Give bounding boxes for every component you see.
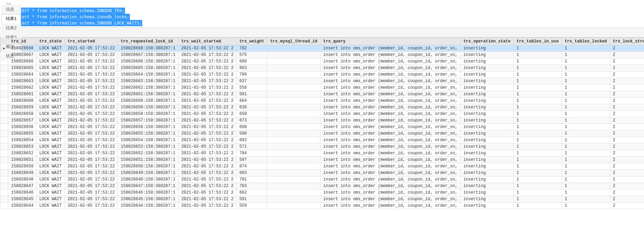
- cell-trx_started: 2021-02-05 17:53:22: [65, 98, 118, 104]
- col-header-trx-wait-started[interactable]: trx_wait_started: [178, 38, 236, 45]
- cell-trx_requested_lock_id: 158028662:158:380287:1: [118, 85, 178, 91]
- cell-trx_wait_started: 2021-02-05 17:53:22 2: [178, 189, 236, 196]
- table-row[interactable]: 158028655LOCK WAIT2021-02-05 17:53:22158…: [0, 130, 644, 137]
- cell-trx_started: 2021-02-05 17:53:22: [65, 91, 118, 98]
- table-row[interactable]: 158028667LOCK WAIT2021-02-05 17:53:22158…: [0, 52, 644, 58]
- col-header-trx-state[interactable]: trx_state: [36, 38, 65, 45]
- cell-trx_weight: 559: [237, 203, 267, 209]
- cell-trx_query: insert into oms_order (member_id, coupon…: [320, 144, 461, 150]
- table-row[interactable]: 158028661LOCK WAIT2021-02-05 17:53:22158…: [0, 91, 644, 98]
- cell-trx_tables_locked: 1: [562, 85, 610, 91]
- cell-trx_state: LOCK WAIT: [36, 157, 65, 163]
- table-row[interactable]: 158028666LOCK WAIT2021-02-05 17:53:22158…: [0, 58, 644, 65]
- col-header-trx-mysql-thread-id[interactable]: trx_mysql_thread_id: [267, 38, 320, 45]
- col-header-trx-tables-in-use[interactable]: trx_tables_in_use: [513, 38, 561, 45]
- cell-trx_id: 158028655: [8, 130, 37, 137]
- cell-trx_requested_lock_id: 158028661:158:380287:1: [118, 91, 178, 98]
- table-body: ▶158028668LOCK WAIT2021-02-05 17:53:2215…: [0, 45, 644, 209]
- cell-trx_operation_state: inserting: [460, 45, 513, 52]
- cell-trx_tables_in_use: 1: [513, 203, 561, 209]
- row-arrow: [0, 98, 8, 104]
- table-row[interactable]: ▶158028668LOCK WAIT2021-02-05 17:53:2215…: [0, 45, 644, 52]
- table-row[interactable]: 158028651LOCK WAIT2021-02-05 17:53:22158…: [0, 157, 644, 163]
- cell-trx_operation_state: inserting: [460, 58, 513, 65]
- col-header-trx-query[interactable]: trx_query: [320, 38, 461, 45]
- col-header-trx-requested-lock-id[interactable]: trx_requested_lock_id: [118, 38, 178, 45]
- col-header-trx-weight[interactable]: trx_weight: [237, 38, 267, 45]
- cell-trx_state: LOCK WAIT: [36, 144, 65, 150]
- cell-trx_requested_lock_id: 158028650:158:380287:1: [118, 163, 178, 170]
- cell-trx_id: 158028651: [8, 157, 37, 163]
- cell-trx_mysql_thread_id: [267, 163, 320, 170]
- table-row[interactable]: 158028646LOCK WAIT2021-02-05 17:53:22158…: [0, 189, 644, 196]
- cell-trx_weight: 597: [237, 157, 267, 163]
- cell-trx_requested_lock_id: 158028644:158:380287:1: [118, 203, 178, 209]
- results-table-container[interactable]: trx_idtrx_statetrx_startedtrx_requested_…: [0, 38, 644, 234]
- table-row[interactable]: 158028662LOCK WAIT2021-02-05 17:53:22158…: [0, 85, 644, 91]
- table-row[interactable]: 158028650LOCK WAIT2021-02-05 17:53:22158…: [0, 163, 644, 170]
- cell-trx_operation_state: inserting: [460, 65, 513, 71]
- cell-trx_state: LOCK WAIT: [36, 150, 65, 157]
- cell-trx_lock_structs: 2: [610, 91, 644, 98]
- cell-trx_started: 2021-02-05 17:53:22: [65, 78, 118, 85]
- table-row[interactable]: 158028657LOCK WAIT2021-02-05 17:53:22158…: [0, 117, 644, 124]
- col-header-trx-operation-state[interactable]: trx_operation_state: [460, 38, 513, 45]
- cell-trx_query: insert into oms_order (member_id, coupon…: [320, 124, 461, 130]
- table-row[interactable]: 158028665LOCK WAIT2021-02-05 17:53:22158…: [0, 65, 644, 71]
- cell-trx_weight: 703: [237, 183, 267, 189]
- tab-result2[interactable]: 结果2: [1, 23, 21, 33]
- tab-result1[interactable]: 结果1: [1, 14, 21, 23]
- table-row[interactable]: 158028664LOCK WAIT2021-02-05 17:53:22158…: [0, 71, 644, 78]
- cell-trx_lock_structs: 2: [610, 111, 644, 117]
- cell-trx_tables_in_use: 1: [513, 176, 561, 183]
- cell-trx_query: insert into oms_order (member_id, coupon…: [320, 183, 461, 189]
- cell-trx_state: LOCK WAIT: [36, 52, 65, 58]
- cell-trx_lock_structs: 2: [610, 157, 644, 163]
- col-header-trx-lock-structs[interactable]: trx_lock_structs: [610, 38, 644, 45]
- cell-trx_tables_locked: 1: [562, 117, 610, 124]
- col-header-trx-id[interactable]: trx_id: [8, 38, 37, 45]
- table-row[interactable]: 158028645LOCK WAIT2021-02-05 17:53:22158…: [0, 196, 644, 203]
- cell-trx_state: LOCK WAIT: [36, 196, 65, 203]
- cell-trx_requested_lock_id: 158028655:158:380287:1: [118, 130, 178, 137]
- cell-trx_lock_structs: 2: [610, 58, 644, 65]
- row-arrow: [0, 117, 8, 124]
- table-row[interactable]: 158028649LOCK WAIT2021-02-05 17:53:22158…: [0, 170, 644, 176]
- cell-trx_lock_structs: 2: [610, 176, 644, 183]
- cell-trx_id: 158028666: [8, 58, 37, 65]
- cell-trx_tables_locked: 1: [562, 189, 610, 196]
- table-row[interactable]: 158028648LOCK WAIT2021-02-05 17:53:22158…: [0, 176, 644, 183]
- tabs-bar: 信息结果1结果2结果3概况状态: [0, 28, 644, 38]
- tab-info[interactable]: 信息: [1, 5, 21, 14]
- cell-trx_operation_state: inserting: [460, 189, 513, 196]
- cell-trx_weight: 683: [237, 170, 267, 176]
- cell-trx_tables_locked: 1: [562, 144, 610, 150]
- cell-trx_tables_locked: 1: [562, 203, 610, 209]
- cell-trx_wait_started: 2021-02-05 17:53:22 2: [178, 196, 236, 203]
- cell-trx_mysql_thread_id: [267, 71, 320, 78]
- cell-trx_operation_state: inserting: [460, 52, 513, 58]
- cell-trx_wait_started: 2021-02-05 17:53:22 2: [178, 104, 236, 111]
- cell-trx_requested_lock_id: 158028647:158:380287:1: [118, 183, 178, 189]
- col-header-trx-tables-locked[interactable]: trx_tables_locked: [562, 38, 610, 45]
- table-row[interactable]: 158028656LOCK WAIT2021-02-05 17:53:22158…: [0, 124, 644, 130]
- col-header-trx-started[interactable]: trx_started: [65, 38, 118, 45]
- table-row[interactable]: 158028644LOCK WAIT2021-02-05 17:53:22158…: [0, 203, 644, 209]
- cell-trx_id: 158028667: [8, 52, 37, 58]
- table-row[interactable]: 158028654LOCK WAIT2021-02-05 17:53:22158…: [0, 137, 644, 144]
- table-row[interactable]: 158028659LOCK WAIT2021-02-05 17:53:22158…: [0, 104, 644, 111]
- cell-trx_tables_in_use: 1: [513, 183, 561, 189]
- table-row[interactable]: 158028663LOCK WAIT2021-02-05 17:53:22158…: [0, 78, 644, 85]
- table-row[interactable]: 158028653LOCK WAIT2021-02-05 17:53:22158…: [0, 144, 644, 150]
- cell-trx_tables_in_use: 1: [513, 144, 561, 150]
- table-row[interactable]: 158028660LOCK WAIT2021-02-05 17:53:22158…: [0, 98, 644, 104]
- cell-trx_lock_structs: 2: [610, 124, 644, 130]
- cell-trx_requested_lock_id: 158028652:158:380287:1: [118, 150, 178, 157]
- cell-trx_query: insert into oms_order (member_id, coupon…: [320, 137, 461, 144]
- cell-trx_wait_started: 2021-02-05 17:53:22 2: [178, 163, 236, 170]
- table-row[interactable]: 158028652LOCK WAIT2021-02-05 17:53:22158…: [0, 150, 644, 157]
- cell-trx_requested_lock_id: 158028648:158:380287:1: [118, 176, 178, 183]
- table-row[interactable]: 158028647LOCK WAIT2021-02-05 17:53:22158…: [0, 183, 644, 189]
- table-row[interactable]: 158028658LOCK WAIT2021-02-05 17:53:22158…: [0, 111, 644, 117]
- cell-trx_wait_started: 2021-02-05 17:53:22 2: [178, 124, 236, 130]
